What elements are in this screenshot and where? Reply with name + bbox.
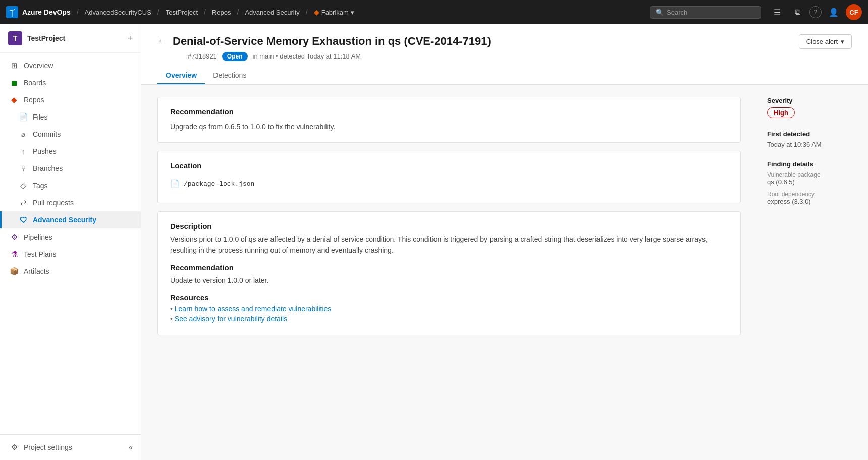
description-text: Versions prior to 1.0.0 of qs are affect…	[170, 234, 728, 256]
resource-link-0: Learn how to assess and remediate vulner…	[170, 305, 728, 313]
sidebar-item-test-plans[interactable]: ⚗ Test Plans	[0, 246, 141, 263]
brand-name[interactable]: Azure DevOps	[22, 8, 71, 16]
search-icon: 🔍	[656, 9, 664, 16]
description-title: Description	[170, 222, 728, 231]
sidebar-item-label-commits: Commits	[33, 130, 61, 138]
sidebar-nav: ⊞ Overview ◼ Boards ◆ Repos 📄 Files ⌀ Co…	[0, 53, 141, 284]
sidebar-collapse-icon[interactable]: «	[129, 443, 133, 451]
files-icon: 📄	[19, 112, 28, 122]
recommendation-card: Recommendation Upgrade qs from 0.6.5 to …	[157, 97, 741, 143]
project-header: T TestProject +	[0, 24, 141, 53]
finding-details-label: Finding details	[767, 160, 858, 168]
fabrikam-diamond-icon: ◆	[314, 8, 319, 16]
recommendation2-text: Update to version 1.0.0 or later.	[170, 275, 728, 286]
recommendation2-section: Recommendation Update to version 1.0.0 o…	[170, 263, 728, 286]
search-box[interactable]: 🔍	[650, 6, 761, 19]
description-section: Description Versions prior to 1.0.0 of q…	[170, 222, 728, 256]
project-name: TestProject	[27, 34, 122, 42]
project-settings-icon: ⚙	[10, 443, 19, 452]
main-layout: T TestProject + ⊞ Overview ◼ Boards ◆ Re…	[0, 24, 868, 460]
repo-branch-selector[interactable]: ◆ Fabrikam ▾	[314, 8, 354, 16]
alert-title-block: Denial-of-Service Memory Exhaustion in q…	[173, 34, 491, 61]
breadcrumb-advanced-security[interactable]: Advanced Security	[245, 9, 299, 16]
sidebar-item-boards[interactable]: ◼ Boards	[0, 74, 141, 91]
alert-header-top: ← Denial-of-Service Memory Exhaustion in…	[157, 34, 852, 61]
finding-details-section: Finding details Vulnerable package qs (0…	[767, 160, 858, 205]
tab-detections[interactable]: Detections	[205, 67, 254, 84]
breadcrumb-org[interactable]: AdvancedSecurityCUS	[85, 9, 151, 16]
sidebar-item-tags[interactable]: ◇ Tags	[0, 177, 141, 194]
sidebar-item-label-project-settings: Project settings	[24, 443, 72, 451]
file-path: /package-lock.json	[184, 180, 254, 188]
add-project-btn[interactable]: +	[127, 34, 133, 43]
breadcrumb-project[interactable]: TestProject	[166, 9, 198, 16]
tags-icon: ◇	[19, 181, 28, 190]
user-icon-btn[interactable]: 👤	[826, 4, 842, 20]
severity-label: Severity	[767, 97, 858, 104]
sidebar-item-overview[interactable]: ⊞ Overview	[0, 57, 141, 74]
sidebar-item-label-test-plans: Test Plans	[24, 250, 57, 258]
sidebar-item-files[interactable]: 📄 Files	[0, 108, 141, 126]
alert-main-content: Recommendation Upgrade qs from 0.6.5 to …	[141, 85, 757, 460]
sidebar-item-pull-requests[interactable]: ⇄ Pull requests	[0, 194, 141, 211]
first-detected-label: First detected	[767, 130, 858, 138]
resources-list: Learn how to assess and remediate vulner…	[170, 305, 728, 323]
sidebar-item-commits[interactable]: ⌀ Commits	[0, 126, 141, 143]
sidebar-item-label-repos: Repos	[24, 96, 44, 104]
pipelines-icon: ⚙	[10, 233, 19, 242]
alert-header: ← Denial-of-Service Memory Exhaustion in…	[141, 24, 868, 85]
resource-link-0-anchor[interactable]: Learn how to assess and remediate vulner…	[175, 305, 332, 313]
first-detected-value: Today at 10:36 AM	[767, 141, 858, 148]
root-dependency-value: express (3.3.0)	[767, 198, 858, 205]
help-icon-btn[interactable]: ?	[809, 6, 822, 18]
commits-icon: ⌀	[19, 130, 28, 139]
sidebar-item-project-settings[interactable]: ⚙ Project settings «	[0, 439, 141, 456]
alert-body: Recommendation Upgrade qs from 0.6.5 to …	[141, 85, 868, 460]
avatar[interactable]: CF	[846, 4, 862, 20]
sidebar-item-advanced-security[interactable]: 🛡 Advanced Security	[0, 211, 141, 228]
location-card: Location 📄 /package-lock.json	[157, 151, 741, 203]
alert-meta: #7318921 Open in main • detected Today a…	[188, 52, 491, 61]
list-icon-btn[interactable]: ☰	[769, 4, 785, 20]
sidebar-bottom: ⚙ Project settings «	[0, 434, 141, 460]
topbar-actions: ☰ ⧉ ? 👤 CF	[769, 4, 862, 20]
alert-status-badge: Open	[222, 52, 248, 61]
pull-requests-icon: ⇄	[19, 198, 28, 207]
sidebar-item-repos[interactable]: ◆ Repos	[0, 91, 141, 108]
sidebar-item-pushes[interactable]: ↑ Pushes	[0, 143, 141, 160]
resources-title: Resources	[170, 293, 728, 302]
search-input[interactable]	[667, 9, 755, 16]
resource-link-1-anchor[interactable]: See advisory for vulnerability details	[175, 315, 287, 323]
sidebar-item-artifacts[interactable]: 📦 Artifacts	[0, 263, 141, 280]
severity-badge: High	[767, 107, 795, 118]
close-alert-label: Close alert	[806, 38, 838, 45]
vulnerable-package-label: Vulnerable package	[767, 171, 858, 178]
sidebar: T TestProject + ⊞ Overview ◼ Boards ◆ Re…	[0, 24, 141, 460]
location-file: 📄 /package-lock.json	[170, 175, 728, 193]
alert-id: #7318921	[188, 52, 217, 60]
breadcrumb-repos[interactable]: Repos	[212, 9, 231, 16]
boards-icon: ◼	[10, 78, 19, 87]
sidebar-item-label-artifacts: Artifacts	[24, 267, 49, 275]
sidebar-item-branches[interactable]: ⑂ Branches	[0, 160, 141, 177]
content-area: ← Denial-of-Service Memory Exhaustion in…	[141, 24, 868, 460]
location-title: Location	[170, 161, 728, 170]
test-plans-icon: ⚗	[10, 250, 19, 259]
alert-tabs: Overview Detections	[157, 67, 852, 84]
alert-title: Denial-of-Service Memory Exhaustion in q…	[173, 34, 491, 49]
sidebar-item-label-advanced-security: Advanced Security	[33, 216, 96, 224]
back-button[interactable]: ←	[157, 36, 167, 45]
close-alert-button[interactable]: Close alert ▾	[799, 34, 852, 49]
azure-devops-logo	[6, 6, 18, 18]
topbar: Azure DevOps / AdvancedSecurityCUS / Tes…	[0, 0, 868, 24]
root-dependency-label: Root dependency	[767, 191, 858, 198]
sidebar-item-label-pull-requests: Pull requests	[33, 199, 74, 207]
sidebar-item-label-branches: Branches	[33, 164, 63, 172]
tab-overview[interactable]: Overview	[157, 67, 205, 84]
clipboard-icon-btn[interactable]: ⧉	[789, 4, 805, 20]
close-alert-chevron-icon: ▾	[841, 38, 844, 45]
sidebar-item-label-boards: Boards	[24, 79, 46, 87]
alert-right-panel: Severity High First detected Today at 10…	[757, 85, 868, 460]
sidebar-item-pipelines[interactable]: ⚙ Pipelines	[0, 228, 141, 246]
branches-icon: ⑂	[19, 164, 28, 173]
